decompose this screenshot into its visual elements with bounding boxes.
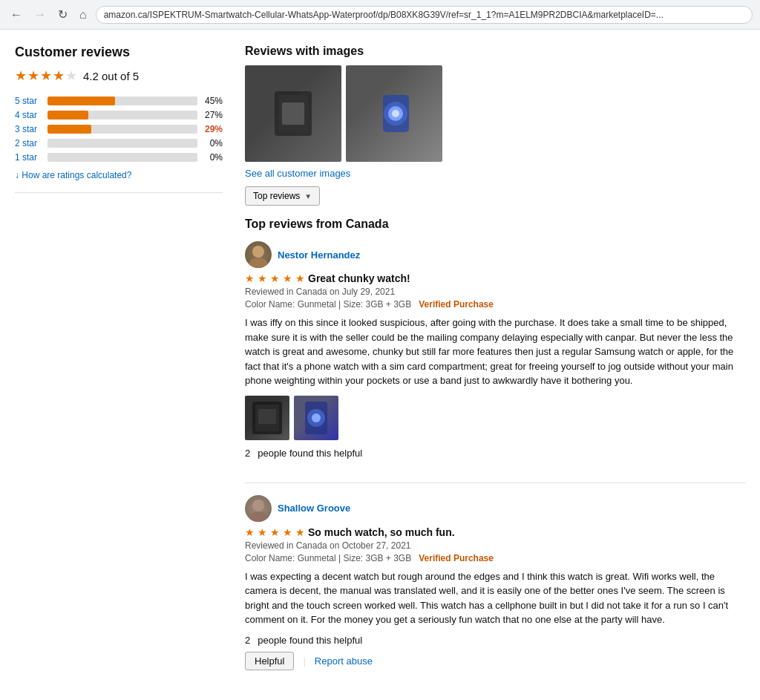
rating-bar-label-5[interactable]: 5 star: [15, 96, 43, 106]
reviewer-row-2: Shallow Groove: [245, 495, 745, 522]
svg-point-7: [252, 246, 264, 258]
rating-bar-label-4[interactable]: 4 star: [15, 110, 43, 120]
review-image-thumb-1[interactable]: [245, 65, 341, 162]
avatar-1: [245, 241, 272, 268]
review-body-1: I was iffy on this since it looked suspi…: [245, 315, 745, 388]
helpful-count-2: 2: [245, 635, 250, 646]
star-4: ★: [53, 68, 65, 84]
right-column: Reviews with images See a: [245, 45, 745, 694]
left-divider: [15, 192, 223, 193]
blue-watch-small-icon: [294, 396, 338, 440]
see-all-images-link[interactable]: See all customer images: [245, 168, 745, 179]
r1-star-5: ★: [295, 272, 305, 284]
helpful-button[interactable]: Helpful: [245, 652, 294, 670]
rating-bars: 5 star 45% 4 star 27% 3 star 29: [15, 96, 223, 163]
r2-star-3: ★: [270, 526, 280, 538]
rating-bar-label-2[interactable]: 2 star: [15, 138, 43, 148]
star-5: ★: [65, 68, 77, 84]
review-images-row: [245, 65, 745, 162]
rating-bar-track-3: [48, 125, 197, 134]
rating-bar-label-1[interactable]: 1 star: [15, 152, 43, 163]
r2-star-4: ★: [283, 526, 292, 538]
r2-star-5: ★: [295, 526, 305, 538]
rating-bar-row-5: 5 star 45%: [15, 96, 223, 106]
reviewer-row-1: Nestor Hernandez: [245, 241, 745, 268]
avatar-icon-1: [245, 241, 272, 268]
verified-badge-2: Verified Purchase: [419, 553, 494, 563]
customer-reviews-section: Customer reviews ★ ★ ★ ★ ★ 4.2 out of 5 …: [15, 45, 223, 694]
helpful-text-2: people found this helpful: [258, 635, 362, 646]
top-reviews-dropdown[interactable]: Top reviews ▼: [245, 186, 320, 206]
rating-bar-row-2: 2 star 0%: [15, 138, 223, 148]
helpful-count-1: 2: [245, 448, 250, 459]
browser-toolbar: ← → ↻ ⌂: [0, 0, 760, 30]
star-1: ★: [15, 68, 27, 84]
reviewer-name-2[interactable]: Shallow Groove: [278, 503, 350, 514]
dropdown-label: Top reviews: [253, 191, 300, 201]
review-attrs-1: Color Name: Gunmetal | Size: 3GB + 3GB V…: [245, 299, 745, 310]
rating-bar-pct-4: 27%: [202, 110, 223, 120]
review-photos-1: [245, 396, 745, 440]
rating-bar-fill-5: [48, 97, 115, 105]
verified-badge-1: Verified Purchase: [419, 299, 494, 310]
report-abuse-button[interactable]: Report abuse: [315, 655, 373, 667]
back-button[interactable]: ←: [7, 7, 25, 23]
review-meta-2: Reviewed in Canada on October 27, 2021: [245, 540, 745, 551]
rating-bar-track-2: [48, 139, 197, 148]
rating-bar-track-5: [48, 97, 197, 105]
rating-bar-track-1: [48, 153, 197, 162]
helpful-row-1: 2 people found this helpful: [245, 448, 745, 459]
svg-point-15: [252, 500, 264, 511]
reviewer-name-1[interactable]: Nestor Hernandez: [278, 249, 360, 261]
review-photo-1b[interactable]: [294, 396, 338, 440]
top-reviews-title: Top reviews from Canada: [245, 217, 745, 231]
reviews-with-images-title: Reviews with images: [245, 45, 745, 58]
review-body-2: I was expecting a decent watch but rough…: [245, 569, 745, 627]
overall-rating-text: 4.2 out of 5: [83, 70, 139, 82]
review-photo-1a[interactable]: [245, 396, 289, 440]
review-image-thumb-2[interactable]: [346, 65, 442, 162]
review-meta-1: Reviewed in Canada on July 29, 2021: [245, 287, 745, 297]
svg-point-8: [249, 258, 268, 268]
rating-bar-fill-3: [48, 125, 91, 134]
r1-star-2: ★: [258, 272, 267, 284]
watch-box-icon: [263, 84, 323, 143]
svg-point-14: [312, 413, 321, 422]
review-attr-text-1: Color Name: Gunmetal | Size: 3GB + 3GB: [245, 299, 411, 310]
svg-rect-2: [282, 102, 304, 125]
star-3: ★: [40, 68, 52, 84]
home-button[interactable]: ⌂: [76, 7, 90, 23]
refresh-button[interactable]: ↻: [55, 6, 71, 23]
review-2: Shallow Groove ★ ★ ★ ★ ★ So much watch, …: [245, 495, 745, 682]
review-attrs-2: Color Name: Gunmetal | Size: 3GB + 3GB V…: [245, 553, 745, 563]
svg-rect-11: [258, 409, 276, 424]
photo-dark-icon: [245, 396, 289, 440]
page-content: Customer reviews ★ ★ ★ ★ ★ 4.2 out of 5 …: [0, 30, 760, 700]
avatar-icon-2: [245, 495, 272, 522]
r2-star-1: ★: [245, 526, 255, 538]
forward-button[interactable]: →: [31, 7, 49, 23]
watch-small-icon: [245, 396, 289, 440]
rating-bar-track-4: [48, 111, 197, 120]
star-2: ★: [27, 68, 39, 84]
how-calculated-link[interactable]: ↓ How are ratings calculated?: [15, 170, 223, 180]
review-actions-2: Helpful | Report abuse: [245, 652, 745, 670]
rating-bar-row-4: 4 star 27%: [15, 110, 223, 120]
address-bar[interactable]: [96, 6, 753, 24]
rating-bar-label-3[interactable]: 3 star: [15, 124, 43, 134]
review-stars-1: ★ ★ ★ ★ ★ Great chunky watch!: [245, 272, 745, 284]
overall-stars: ★ ★ ★ ★ ★: [15, 68, 77, 84]
review-title-2: So much watch, so much fun.: [308, 526, 455, 538]
photo-blue-icon: [294, 396, 338, 440]
r1-star-1: ★: [245, 272, 255, 284]
helpful-text-1: people found this helpful: [258, 448, 362, 459]
review-divider-1: [245, 483, 745, 483]
r1-star-3: ★: [270, 272, 280, 284]
blue-watch-icon: [364, 84, 424, 143]
rating-summary: ★ ★ ★ ★ ★ 4.2 out of 5: [15, 68, 223, 84]
rating-bar-fill-4: [48, 111, 88, 120]
rating-bar-row-1: 1 star 0%: [15, 152, 223, 163]
rating-bar-row-3: 3 star 29%: [15, 124, 223, 134]
rating-bar-pct-1: 0%: [202, 152, 223, 163]
r2-star-2: ★: [258, 526, 267, 538]
